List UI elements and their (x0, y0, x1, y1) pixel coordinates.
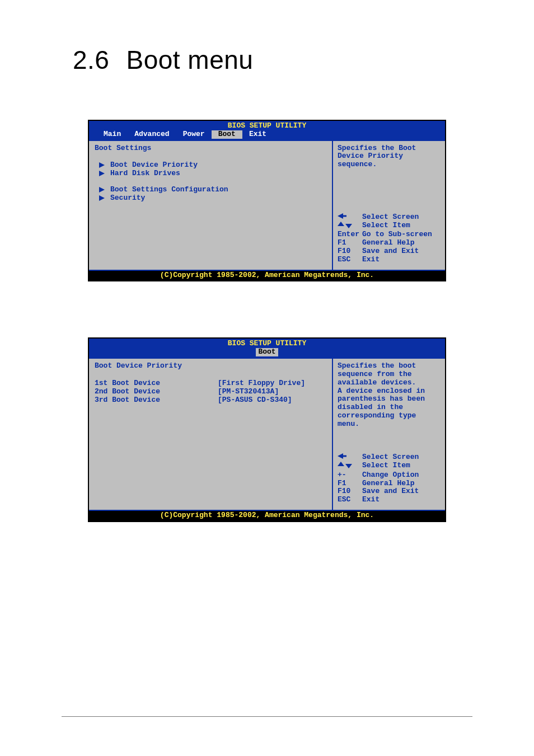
menu-item-hard-disk-drives[interactable]: Hard Disk Drives (99, 170, 326, 178)
svg-marker-4 (338, 213, 343, 219)
help-text: Specifies the Boot Device Priority seque… (338, 144, 441, 169)
menu-label: Hard Disk Drives (110, 170, 180, 178)
section-heading: Boot Settings (95, 144, 326, 153)
svg-marker-7 (345, 224, 352, 228)
hint-key: ESC (338, 256, 362, 264)
svg-marker-3 (99, 195, 105, 201)
hint-key: F10 (338, 247, 362, 256)
svg-marker-8 (338, 453, 343, 459)
row-label: 2nd Boot Device (95, 388, 218, 396)
menu-label: Boot Settings Configuration (110, 186, 228, 194)
boot-device-row-3[interactable]: 3rd Boot Device [PS-ASUS CD-S340] (95, 396, 326, 405)
menu-item-security[interactable]: Security (99, 194, 326, 203)
page-divider (62, 716, 472, 717)
svg-marker-10 (338, 462, 344, 466)
boot-device-row-1[interactable]: 1st Boot Device [First Floppy Drive] (95, 379, 326, 388)
svg-rect-9 (343, 456, 346, 457)
left-pane: Boot Settings Boot Device Priority Hard … (89, 141, 333, 270)
submenu-arrow-icon (99, 162, 107, 168)
row-value: [PS-ASUS CD-S340] (218, 396, 326, 405)
hint-label: Exit (362, 496, 441, 504)
submenu-arrow-icon (99, 195, 107, 201)
row-label: 3rd Boot Device (95, 396, 218, 405)
svg-rect-5 (343, 215, 346, 217)
hint-label: General Help (362, 480, 441, 488)
help-line: disabled in the (338, 403, 441, 412)
page-title: 2.6Boot menu (73, 45, 534, 75)
svg-marker-1 (99, 171, 105, 176)
help-line: sequence from the (338, 370, 441, 379)
bios-window-boot-settings: BIOS SETUP UTILITY Main Advanced Power B… (88, 120, 446, 281)
bios-window-boot-priority: BIOS SETUP UTILITY Boot Boot Device Prio… (88, 337, 446, 522)
submenu-arrow-icon (99, 171, 107, 176)
svg-marker-11 (345, 464, 352, 468)
help-text: Specifies the boot sequence from the ava… (338, 362, 441, 429)
section-number: 2.6 (73, 45, 109, 74)
help-line: A device enclosed in (338, 387, 441, 396)
hint-label: Select Item (362, 462, 441, 471)
help-line: menu. (338, 420, 441, 429)
help-line: corresponding type (338, 412, 441, 420)
hint-label: General Help (362, 239, 441, 247)
menu-label: Security (110, 194, 145, 203)
row-label: 1st Boot Device (95, 379, 218, 388)
hint-label: Exit (362, 256, 441, 264)
bios-menubar: Main Advanced Power Boot Exit (89, 130, 445, 140)
row-value: [First Floppy Drive] (218, 379, 326, 388)
svg-marker-2 (99, 187, 105, 192)
menu-item-boot-settings-config[interactable]: Boot Settings Configuration (99, 186, 326, 194)
help-line: Specifies the boot (338, 362, 441, 370)
right-pane: Specifies the Boot Device Priority seque… (333, 141, 445, 270)
hint-key: F10 (338, 487, 362, 496)
hint-key: +- (338, 471, 362, 480)
hint-key: F1 (338, 480, 362, 488)
bios-menubar: Boot (89, 348, 445, 358)
help-line: Device Priority (338, 152, 441, 161)
menu-label: Boot Device Priority (110, 161, 198, 170)
hint-key: ESC (338, 496, 362, 504)
key-hints: Select Screen Select Item +- Change Opti… (338, 453, 441, 504)
tab-advanced[interactable]: Advanced (128, 130, 176, 139)
key-hints: Select Screen Select Item Enter Go to Su… (338, 213, 441, 264)
copyright: (C)Copyright 1985-2002, American Megatre… (89, 271, 445, 281)
row-value: [PM-ST320413A] (218, 388, 326, 396)
section-heading: Boot Device Priority (95, 362, 326, 370)
bios-title: BIOS SETUP UTILITY (89, 339, 445, 348)
copyright: (C)Copyright 1985-2002, American Megatre… (89, 511, 445, 521)
svg-marker-0 (99, 162, 105, 168)
svg-marker-6 (338, 222, 344, 226)
help-line: available devices. (338, 379, 441, 387)
hint-key: F1 (338, 239, 362, 247)
help-line: parenthesis has been (338, 395, 441, 403)
hint-label: Select Item (362, 222, 441, 231)
boot-device-row-2[interactable]: 2nd Boot Device [PM-ST320413A] (95, 388, 326, 396)
bios-title: BIOS SETUP UTILITY (89, 121, 445, 130)
arrow-left-right-icon (338, 453, 362, 462)
hint-key: Enter (338, 231, 362, 239)
tab-main[interactable]: Main (97, 130, 128, 139)
hint-label: Select Screen (362, 453, 441, 462)
hint-label: Save and Exit (362, 247, 441, 256)
hint-label: Go to Sub-screen (362, 231, 441, 239)
right-pane: Specifies the boot sequence from the ava… (333, 359, 445, 510)
tab-boot[interactable]: Boot (256, 348, 278, 356)
section-title: Boot menu (126, 45, 253, 74)
tab-boot[interactable]: Boot (212, 130, 242, 139)
arrow-left-right-icon (338, 213, 362, 222)
hint-label: Change Option (362, 471, 441, 480)
left-pane: Boot Device Priority 1st Boot Device [Fi… (89, 359, 333, 510)
tab-power[interactable]: Power (176, 130, 212, 139)
tab-exit[interactable]: Exit (242, 130, 273, 139)
hint-label: Select Screen (362, 213, 441, 222)
help-line: Specifies the Boot (338, 144, 441, 153)
menu-item-boot-device-priority[interactable]: Boot Device Priority (99, 161, 326, 170)
hint-label: Save and Exit (362, 487, 441, 496)
arrow-up-down-icon (338, 222, 362, 231)
submenu-arrow-icon (99, 187, 107, 192)
help-line: sequence. (338, 161, 441, 169)
arrow-up-down-icon (338, 462, 362, 471)
